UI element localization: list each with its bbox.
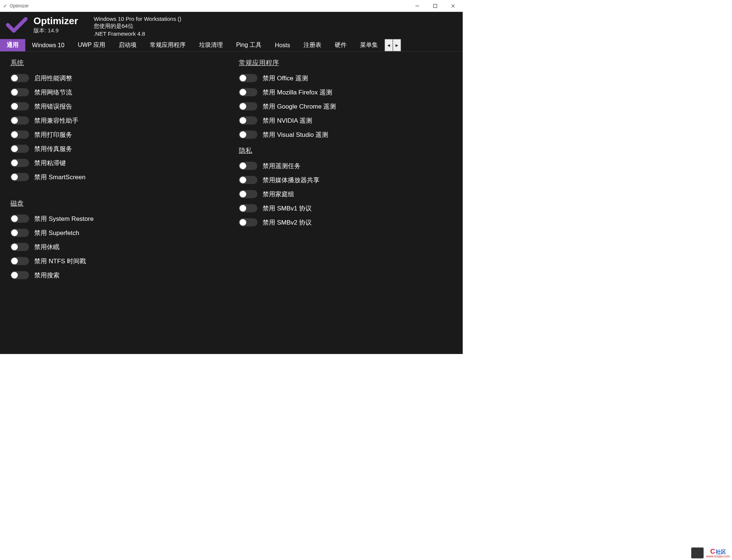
toggle-label: 禁用遥测任务 xyxy=(263,162,301,170)
toggle-row: 禁用粘滞键 xyxy=(10,156,224,170)
tab-scroll-right[interactable]: ► xyxy=(393,39,401,51)
toggle-switch[interactable] xyxy=(10,257,29,265)
toggle-row: 禁用 SMBv2 协议 xyxy=(239,215,452,229)
app-name: Optimizer xyxy=(33,16,78,26)
toggle-switch[interactable] xyxy=(239,131,257,139)
os-line: Windows 10 Pro for Workstations () xyxy=(94,16,182,22)
toggle-switch[interactable] xyxy=(239,204,257,212)
titlebar-check-icon: ✔ xyxy=(3,3,7,9)
close-button[interactable] xyxy=(449,2,457,10)
toggle-switch[interactable] xyxy=(239,176,257,184)
toggle-row: 禁用 SmartScreen xyxy=(10,170,224,184)
toggle-knob xyxy=(240,103,246,110)
toggle-knob xyxy=(11,131,18,138)
toggle-knob xyxy=(11,160,18,166)
toggle-label: 禁用媒体播放器共享 xyxy=(263,176,320,184)
section-title: 磁盘 xyxy=(10,199,224,208)
toggle-row: 启用性能调整 xyxy=(10,71,224,85)
maximize-button[interactable] xyxy=(431,2,439,10)
toggle-switch[interactable] xyxy=(10,102,29,110)
toggle-label: 禁用休眠 xyxy=(34,243,60,251)
net-line: .NET Framework 4.8 xyxy=(94,30,182,37)
toggle-switch[interactable] xyxy=(10,74,29,82)
tab-2[interactable]: UWP 应用 xyxy=(71,39,112,51)
toggle-label: 启用性能调整 xyxy=(34,74,72,83)
toggle-knob xyxy=(240,205,246,212)
toggle-row: 禁用兼容性助手 xyxy=(10,113,224,128)
toggle-switch[interactable] xyxy=(10,131,29,139)
toggle-label: 禁用 SMBv2 协议 xyxy=(263,218,312,227)
toggle-switch[interactable] xyxy=(10,173,29,181)
toggle-label: 禁用搜索 xyxy=(34,271,60,280)
toggle-switch[interactable] xyxy=(239,102,257,110)
tab-7[interactable]: Hosts xyxy=(268,39,297,51)
toggle-knob xyxy=(11,229,18,236)
toggle-row: 禁用传真服务 xyxy=(10,142,224,156)
left-column: 系统启用性能调整禁用网络节流禁用错误报告禁用兼容性助手禁用打印服务禁用传真服务禁… xyxy=(10,57,224,349)
toggle-switch[interactable] xyxy=(239,218,257,226)
tab-scroll-left[interactable]: ◄ xyxy=(385,39,393,51)
toggle-switch[interactable] xyxy=(10,229,29,237)
toggle-knob xyxy=(11,75,18,81)
toggle-row: 禁用错误报告 xyxy=(10,99,224,113)
toggle-row: 禁用 Superfetch xyxy=(10,226,224,240)
toggle-label: 禁用 Visual Studio 遥测 xyxy=(263,131,328,139)
tab-10[interactable]: 菜单集 xyxy=(353,39,385,51)
minimize-button[interactable] xyxy=(414,2,421,10)
toggle-knob xyxy=(11,89,18,96)
toggle-label: 禁用 SMBv1 协议 xyxy=(263,204,312,213)
toggle-label: 禁用传真服务 xyxy=(34,145,72,153)
toggle-row: 禁用休眠 xyxy=(10,240,224,254)
app-title-block: Optimizer 版本: 14.9 xyxy=(33,16,78,34)
toggle-switch[interactable] xyxy=(10,215,29,223)
toggle-label: 禁用 Google Chrome 遥测 xyxy=(263,102,336,111)
arch-line: 您使用的是64位 xyxy=(94,23,182,30)
section-title: 常规应用程序 xyxy=(239,58,452,67)
tab-8[interactable]: 注册表 xyxy=(297,39,328,51)
toggle-switch[interactable] xyxy=(10,243,29,251)
toggle-switch[interactable] xyxy=(10,88,29,96)
logo-check-icon xyxy=(5,16,28,33)
toggle-row: 禁用 Mozilla Firefox 遥测 xyxy=(239,85,452,99)
tab-0[interactable]: 通用 xyxy=(0,39,25,51)
tab-1[interactable]: Windows 10 xyxy=(25,39,71,51)
tab-5[interactable]: 垃圾清理 xyxy=(192,39,229,51)
app-version: 版本: 14.9 xyxy=(33,27,78,34)
toggle-switch[interactable] xyxy=(239,162,257,170)
toggle-knob xyxy=(240,162,246,169)
content-area: 系统启用性能调整禁用网络节流禁用错误报告禁用兼容性助手禁用打印服务禁用传真服务禁… xyxy=(0,52,463,354)
toggle-row: 禁用 NTFS 时间戳 xyxy=(10,254,224,268)
toggle-switch[interactable] xyxy=(10,116,29,125)
toggle-row: 禁用遥测任务 xyxy=(239,159,452,173)
toggle-label: 禁用网络节流 xyxy=(34,88,72,97)
toggle-knob xyxy=(240,191,246,197)
tab-9[interactable]: 硬件 xyxy=(328,39,353,51)
toggle-switch[interactable] xyxy=(10,145,29,153)
toggle-switch[interactable] xyxy=(10,159,29,167)
toggle-knob xyxy=(240,131,246,138)
toggle-switch[interactable] xyxy=(239,190,257,198)
tab-bar: 通用Windows 10UWP 应用启动项常规应用程序垃圾清理Ping 工具Ho… xyxy=(0,39,463,52)
toggle-knob xyxy=(11,272,18,279)
toggle-row: 禁用打印服务 xyxy=(10,128,224,142)
system-info: Windows 10 Pro for Workstations () 您使用的是… xyxy=(94,16,182,37)
toggle-switch[interactable] xyxy=(239,116,257,125)
toggle-knob xyxy=(11,117,18,124)
toggle-label: 禁用错误报告 xyxy=(34,102,72,111)
tab-3[interactable]: 启动项 xyxy=(112,39,143,51)
toggle-row: 禁用网络节流 xyxy=(10,85,224,99)
toggle-knob xyxy=(240,89,246,96)
section-title: 隐私 xyxy=(239,146,452,155)
toggle-label: 禁用家庭组 xyxy=(263,190,294,199)
toggle-switch[interactable] xyxy=(239,74,257,82)
toggle-switch[interactable] xyxy=(239,88,257,96)
tab-4[interactable]: 常规应用程序 xyxy=(143,39,192,51)
toggle-row: 禁用 Office 遥测 xyxy=(239,71,452,85)
toggle-switch[interactable] xyxy=(10,271,29,279)
right-column: 常规应用程序禁用 Office 遥测禁用 Mozilla Firefox 遥测禁… xyxy=(239,57,452,349)
toggle-row: 禁用 Google Chrome 遥测 xyxy=(239,99,452,113)
window-titlebar: ✔ Optimizer xyxy=(0,0,463,12)
tab-6[interactable]: Ping 工具 xyxy=(229,39,268,51)
toggle-knob xyxy=(11,258,18,264)
toggle-knob xyxy=(11,174,18,180)
